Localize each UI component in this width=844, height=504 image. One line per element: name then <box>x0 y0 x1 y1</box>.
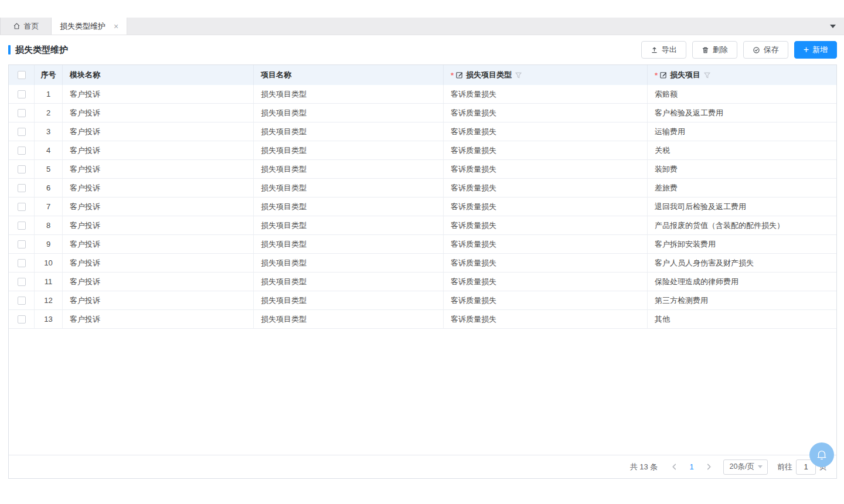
filter-icon[interactable] <box>515 71 522 79</box>
select-all-cell <box>9 65 35 85</box>
check-circle-icon <box>753 46 760 54</box>
row-checkbox[interactable] <box>18 147 26 155</box>
cell-loss-item: 客户人员人身伤害及财产损失 <box>648 254 836 272</box>
page-size-select[interactable]: 20条/页 <box>723 459 768 475</box>
save-button-label: 保存 <box>764 45 779 55</box>
close-tab-icon[interactable]: × <box>114 22 118 30</box>
cell-project: 损失项目类型 <box>254 179 444 197</box>
cell-project: 损失项目类型 <box>254 104 444 122</box>
cell-project: 损失项目类型 <box>254 141 444 159</box>
page-title: 损失类型维护 <box>8 45 68 56</box>
row-checkbox-cell <box>9 85 35 103</box>
cell-loss-type: 客诉质量损失 <box>444 197 648 216</box>
cell-project: 损失项目类型 <box>254 197 444 216</box>
tab-home-label: 首页 <box>24 21 39 32</box>
delete-button[interactable]: 删除 <box>692 41 737 59</box>
cell-project: 损失项目类型 <box>254 291 444 309</box>
cell-project: 损失项目类型 <box>254 122 444 141</box>
cell-module: 客户投诉 <box>63 216 254 234</box>
table-row: 7客户投诉损失项目类型客诉质量损失退回我司后检验及返工费用 <box>9 197 836 216</box>
export-icon <box>651 46 658 54</box>
table-row: 13客户投诉损失项目类型客诉质量损失其他 <box>9 310 836 329</box>
cell-index: 7 <box>35 197 63 216</box>
cell-module: 客户投诉 <box>63 273 254 291</box>
column-header-loss-item-label: 损失项目 <box>670 70 700 80</box>
row-checkbox-cell <box>9 179 35 197</box>
toolbar: 导出 删除 保存 + 新增 <box>641 41 837 59</box>
tab-home[interactable]: 首页 <box>0 18 52 35</box>
cell-loss-type: 客诉质量损失 <box>444 160 648 178</box>
row-checkbox[interactable] <box>18 128 26 136</box>
cell-module: 客户投诉 <box>63 179 254 197</box>
goto-label: 前往 <box>777 462 792 472</box>
row-checkbox[interactable] <box>18 90 26 98</box>
cell-module: 客户投诉 <box>63 141 254 159</box>
cell-index: 6 <box>35 179 63 197</box>
row-checkbox[interactable] <box>18 259 26 267</box>
chevron-left-icon <box>671 464 678 470</box>
row-checkbox[interactable] <box>18 165 26 173</box>
column-header-index: 序号 <box>35 65 63 85</box>
row-checkbox[interactable] <box>18 240 26 248</box>
cell-index: 10 <box>35 254 63 272</box>
column-header-loss-item: * 损失项目 <box>648 65 836 85</box>
export-button[interactable]: 导出 <box>641 41 686 59</box>
page-header: 损失类型维护 导出 删除 保存 <box>8 35 837 64</box>
cell-loss-type: 客诉质量损失 <box>444 310 648 328</box>
cell-project: 损失项目类型 <box>254 85 444 103</box>
row-checkbox-cell <box>9 291 35 309</box>
chevron-right-icon <box>706 464 712 470</box>
table-row: 2客户投诉损失项目类型客诉质量损失客户检验及返工费用 <box>9 104 836 122</box>
chevron-down-icon <box>758 465 763 468</box>
table-row: 9客户投诉损失项目类型客诉质量损失客户拆卸安装费用 <box>9 235 836 254</box>
cell-index: 4 <box>35 141 63 159</box>
column-header-loss-type-label: 损失项目类型 <box>466 70 512 80</box>
editable-column-icon <box>659 71 668 79</box>
row-checkbox-cell <box>9 310 35 328</box>
row-checkbox[interactable] <box>18 222 26 230</box>
tab-active-label: 损失类型维护 <box>60 21 106 32</box>
cell-loss-type: 客诉质量损失 <box>444 104 648 122</box>
row-checkbox-cell <box>9 160 35 178</box>
table-row: 5客户投诉损失项目类型客诉质量损失装卸费 <box>9 160 836 179</box>
tab-list-dropdown-icon[interactable] <box>830 25 836 28</box>
prev-page-button[interactable] <box>666 464 682 470</box>
row-checkbox[interactable] <box>18 315 26 323</box>
row-checkbox[interactable] <box>18 184 26 192</box>
plus-icon: + <box>804 45 809 55</box>
cell-loss-type: 客诉质量损失 <box>444 179 648 197</box>
row-checkbox[interactable] <box>18 203 26 211</box>
current-page[interactable]: 1 <box>682 462 700 471</box>
cell-loss-item: 装卸费 <box>648 160 836 178</box>
cell-index: 3 <box>35 122 63 141</box>
notification-bell-button[interactable] <box>809 442 834 467</box>
next-page-button[interactable] <box>701 464 717 470</box>
cell-project: 损失项目类型 <box>254 160 444 178</box>
add-button[interactable]: + 新增 <box>794 41 837 59</box>
cell-index: 12 <box>35 291 63 309</box>
cell-module: 客户投诉 <box>63 310 254 328</box>
column-header-project: 项目名称 <box>254 65 444 85</box>
select-all-checkbox[interactable] <box>18 71 26 79</box>
filter-icon[interactable] <box>703 71 711 79</box>
cell-module: 客户投诉 <box>63 160 254 178</box>
row-checkbox-cell <box>9 197 35 216</box>
cell-index: 11 <box>35 273 63 291</box>
row-checkbox[interactable] <box>18 109 26 117</box>
row-checkbox[interactable] <box>18 297 26 305</box>
tab-loss-type-maintenance[interactable]: 损失类型维护 × <box>52 18 127 35</box>
bell-icon <box>815 448 828 461</box>
column-header-module: 模块名称 <box>63 65 254 85</box>
table-row: 3客户投诉损失项目类型客诉质量损失运输费用 <box>9 122 836 141</box>
save-button[interactable]: 保存 <box>743 41 788 59</box>
table-row: 8客户投诉损失项目类型客诉质量损失产品报废的货值（含装配的配件损失） <box>9 216 836 235</box>
cell-loss-type: 客诉质量损失 <box>444 122 648 141</box>
add-button-label: 新增 <box>812 45 828 55</box>
table-body: 1客户投诉损失项目类型客诉质量损失索赔额2客户投诉损失项目类型客诉质量损失客户检… <box>9 85 836 329</box>
cell-module: 客户投诉 <box>63 254 254 272</box>
required-asterisk: * <box>655 71 658 80</box>
row-checkbox[interactable] <box>18 278 26 286</box>
row-checkbox-cell <box>9 216 35 234</box>
cell-loss-item: 运输费用 <box>648 122 836 141</box>
table-row: 12客户投诉损失项目类型客诉质量损失第三方检测费用 <box>9 291 836 310</box>
